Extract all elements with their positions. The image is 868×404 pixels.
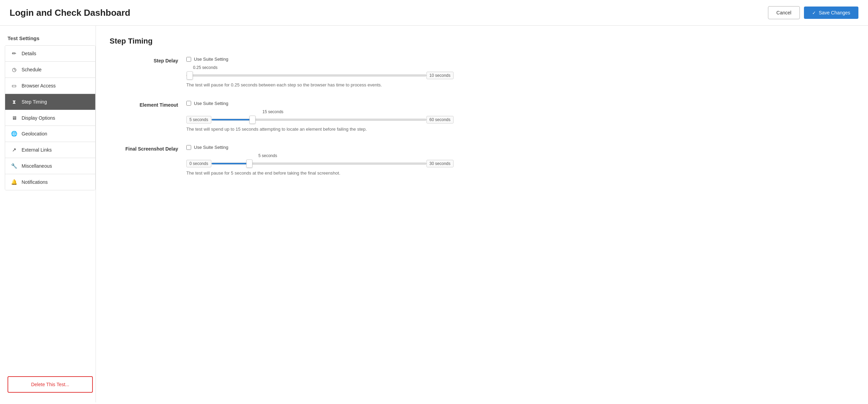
- delete-test-button[interactable]: Delete This Test...: [8, 376, 93, 393]
- setting-control-step-delay: Use Suite Setting0.25 seconds10 secondsT…: [186, 57, 454, 88]
- sidebar-top: Test Settings ✏Details◷Schedule▭Browser …: [5, 35, 96, 190]
- setting-control-element-timeout: Use Suite Setting15 seconds5 seconds60 s…: [186, 101, 454, 133]
- sidebar-label-external-links: External Links: [22, 147, 52, 153]
- slider-max-label-step-delay: 10 seconds: [426, 72, 454, 79]
- page-title: Login and Check Dashboard: [10, 8, 131, 18]
- display-options-icon: 🖥: [11, 115, 17, 121]
- sidebar-item-display-options[interactable]: 🖥Display Options: [5, 110, 95, 126]
- suite-checkbox-element-timeout[interactable]: [186, 101, 191, 106]
- setting-label-element-timeout: Element Timeout: [110, 101, 178, 108]
- setting-description-final-screenshot-delay: The test will pause for 5 seconds at the…: [186, 170, 454, 177]
- setting-label-step-delay: Step Delay: [110, 57, 178, 63]
- schedule-icon: ◷: [11, 67, 17, 73]
- sidebar-link-geolocation[interactable]: 🌐Geolocation: [5, 126, 95, 142]
- header: Login and Check Dashboard Cancel ✓ Save …: [0, 0, 868, 26]
- main-content: Step Timing Step DelayUse Suite Setting0…: [96, 26, 868, 402]
- sidebar-link-details[interactable]: ✏Details: [5, 46, 95, 61]
- sidebar-label-geolocation: Geolocation: [22, 131, 47, 136]
- sidebar-link-browser-access[interactable]: ▭Browser Access: [5, 78, 95, 94]
- sidebar-link-display-options[interactable]: 🖥Display Options: [5, 110, 95, 126]
- sidebar-link-external-links[interactable]: ↗External Links: [5, 142, 95, 158]
- sidebar-item-browser-access[interactable]: ▭Browser Access: [5, 78, 95, 94]
- sidebar-item-notifications[interactable]: 🔔Notifications: [5, 174, 95, 190]
- sidebar-item-miscellaneous[interactable]: 🔧Miscellaneous: [5, 158, 95, 174]
- slider-wrapper-step-delay: 10 seconds: [186, 71, 454, 80]
- slider-value-label-final-screenshot-delay: 5 seconds: [258, 153, 454, 158]
- sidebar-label-notifications: Notifications: [22, 179, 48, 185]
- sidebar-item-schedule[interactable]: ◷Schedule: [5, 62, 95, 78]
- suite-label-element-timeout: Use Suite Setting: [194, 101, 228, 106]
- save-button[interactable]: ✓ Save Changes: [804, 7, 858, 19]
- suite-label-step-delay: Use Suite Setting: [194, 57, 228, 62]
- browser-access-icon: ▭: [11, 83, 17, 89]
- slider-track-step-delay: [186, 71, 426, 80]
- sidebar-item-step-timing[interactable]: ⧗Step Timing: [5, 94, 95, 110]
- geolocation-icon: 🌐: [11, 131, 17, 137]
- save-label: Save Changes: [819, 10, 850, 15]
- sidebar-item-details[interactable]: ✏Details: [5, 46, 95, 62]
- sidebar-label-details: Details: [22, 51, 36, 56]
- slider-track-element-timeout: [211, 116, 426, 124]
- sidebar-item-geolocation[interactable]: 🌐Geolocation: [5, 126, 95, 142]
- suite-label-final-screenshot-delay: Use Suite Setting: [194, 145, 228, 150]
- details-icon: ✏: [11, 50, 17, 57]
- setting-description-element-timeout: The test will spend up to 15 seconds att…: [186, 126, 454, 133]
- suite-setting-row-final-screenshot-delay: Use Suite Setting: [186, 145, 454, 150]
- slider-min-label-element-timeout: 5 seconds: [186, 116, 211, 123]
- slider-wrapper-final-screenshot-delay: 0 seconds30 seconds: [186, 159, 454, 168]
- setting-row-final-screenshot-delay: Final Screenshot DelayUse Suite Setting5…: [110, 145, 854, 177]
- setting-label-final-screenshot-delay: Final Screenshot Delay: [110, 145, 178, 152]
- suite-checkbox-step-delay[interactable]: [186, 57, 191, 62]
- setting-row-element-timeout: Element TimeoutUse Suite Setting15 secon…: [110, 101, 854, 133]
- slider-min-label-final-screenshot-delay: 0 seconds: [186, 160, 211, 167]
- sidebar-link-schedule[interactable]: ◷Schedule: [5, 62, 95, 78]
- external-links-icon: ↗: [11, 147, 17, 153]
- setting-description-step-delay: The test will pause for 0.25 seconds bet…: [186, 82, 454, 88]
- sidebar-link-miscellaneous[interactable]: 🔧Miscellaneous: [5, 158, 95, 174]
- miscellaneous-icon: 🔧: [11, 163, 17, 169]
- save-checkmark-icon: ✓: [812, 10, 816, 15]
- slider-input-final-screenshot-delay[interactable]: [211, 163, 426, 165]
- settings-grid: Step DelayUse Suite Setting0.25 seconds1…: [110, 57, 854, 177]
- sidebar-label-step-timing: Step Timing: [22, 99, 47, 105]
- slider-input-element-timeout[interactable]: [211, 119, 426, 121]
- sidebar-nav: ✏Details◷Schedule▭Browser Access⧗Step Ti…: [5, 45, 96, 190]
- cancel-button[interactable]: Cancel: [768, 6, 800, 19]
- slider-value-label-element-timeout: 15 seconds: [262, 109, 454, 114]
- section-title: Step Timing: [110, 37, 854, 46]
- sidebar-label-browser-access: Browser Access: [22, 83, 56, 88]
- notifications-icon: 🔔: [11, 179, 17, 185]
- setting-control-final-screenshot-delay: Use Suite Setting5 seconds0 seconds30 se…: [186, 145, 454, 177]
- slider-max-label-final-screenshot-delay: 30 seconds: [426, 160, 454, 167]
- slider-track-final-screenshot-delay: [211, 159, 426, 168]
- sidebar-label-miscellaneous: Miscellaneous: [22, 163, 52, 169]
- header-actions: Cancel ✓ Save Changes: [768, 6, 858, 19]
- sidebar-label-display-options: Display Options: [22, 115, 55, 121]
- setting-row-step-delay: Step DelayUse Suite Setting0.25 seconds1…: [110, 57, 854, 88]
- sidebar-item-external-links[interactable]: ↗External Links: [5, 142, 95, 158]
- slider-max-label-element-timeout: 60 seconds: [426, 116, 454, 123]
- suite-setting-row-element-timeout: Use Suite Setting: [186, 101, 454, 106]
- slider-input-step-delay[interactable]: [186, 74, 426, 76]
- sidebar-label-schedule: Schedule: [22, 67, 41, 72]
- suite-setting-row-step-delay: Use Suite Setting: [186, 57, 454, 62]
- slider-value-label-step-delay: 0.25 seconds: [193, 65, 454, 70]
- sidebar-link-notifications[interactable]: 🔔Notifications: [5, 174, 95, 190]
- sidebar: Test Settings ✏Details◷Schedule▭Browser …: [0, 26, 96, 402]
- suite-checkbox-final-screenshot-delay[interactable]: [186, 145, 191, 150]
- step-timing-icon: ⧗: [11, 99, 17, 105]
- slider-wrapper-element-timeout: 5 seconds60 seconds: [186, 116, 454, 124]
- delete-button-wrapper: Delete This Test...: [5, 376, 96, 393]
- sidebar-section-title: Test Settings: [5, 35, 96, 41]
- sidebar-link-step-timing[interactable]: ⧗Step Timing: [5, 94, 95, 110]
- main-layout: Test Settings ✏Details◷Schedule▭Browser …: [0, 26, 868, 402]
